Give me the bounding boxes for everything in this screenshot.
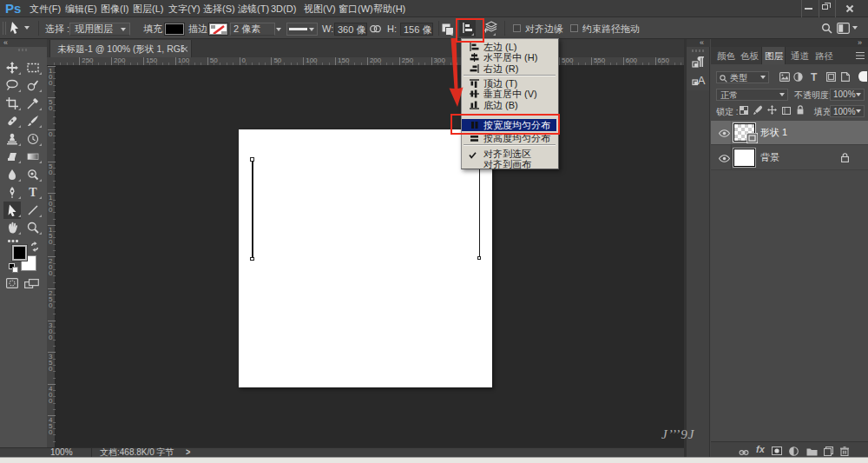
svg-text:A: A — [698, 74, 706, 87]
svg-text:T: T — [29, 186, 37, 198]
